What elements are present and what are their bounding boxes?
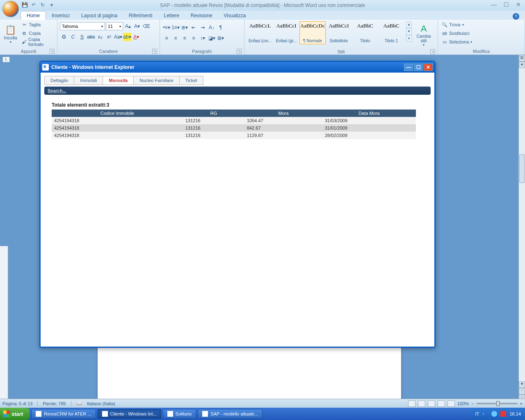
- bold-icon[interactable]: G: [60, 33, 68, 41]
- dialog-launcher-icon[interactable]: ↘: [152, 49, 157, 54]
- taskbar-item[interactable]: RevosCRM for ATER ...: [31, 409, 96, 419]
- increase-indent-icon[interactable]: ⇥: [199, 23, 207, 32]
- vertical-scrollbar[interactable]: ▥ ▲ ▼ ◦ ○ ◦: [518, 55, 525, 408]
- start-button[interactable]: start: [0, 408, 30, 420]
- tab-lettere[interactable]: Lettere: [158, 11, 185, 20]
- styles-more-icon[interactable]: ▾: [406, 35, 412, 42]
- table-row[interactable]: 42541943181312161129.8728/02/2009: [52, 132, 416, 139]
- minimize-icon[interactable]: —: [490, 2, 498, 7]
- format-painter-button[interactable]: 🖌Copia formato: [20, 38, 55, 46]
- help-icon[interactable]: ?: [513, 13, 519, 20]
- align-right-icon[interactable]: ≡: [180, 34, 189, 42]
- tray-shield-icon[interactable]: [500, 411, 506, 417]
- view-web-icon[interactable]: [428, 400, 435, 407]
- tab-revisione[interactable]: Revisione: [185, 11, 218, 20]
- shading-icon[interactable]: ◪▾: [208, 34, 216, 42]
- sort-icon[interactable]: A↓: [208, 23, 216, 32]
- clear-format-icon[interactable]: ⌫: [142, 22, 150, 30]
- style-tile[interactable]: AaBbCTitolo 1: [378, 21, 404, 44]
- table-row[interactable]: 4254194318131216842.6731/01/2009: [52, 124, 416, 132]
- scroll-up-icon[interactable]: ▲: [519, 62, 525, 68]
- replace-button[interactable]: abSostituisci: [441, 29, 473, 37]
- underline-icon[interactable]: S: [78, 33, 86, 41]
- view-outline-icon[interactable]: [438, 400, 445, 407]
- ie-titlebar[interactable]: Cliente - Windows Internet Explorer — ☐ …: [41, 62, 434, 73]
- ie-minimize-icon[interactable]: —: [404, 64, 413, 71]
- restore-icon[interactable]: ☐: [502, 2, 510, 7]
- style-tile[interactable]: AaBbCcLEnfasi (cor...: [247, 21, 273, 44]
- tab-inserisci[interactable]: Inserisci: [46, 11, 75, 20]
- superscript-icon[interactable]: x²: [105, 33, 113, 41]
- ie-tab[interactable]: Nucleo Familiare: [133, 76, 180, 85]
- copy-button[interactable]: ⧉Copia: [20, 29, 55, 37]
- styles-up-icon[interactable]: ▲: [406, 21, 412, 28]
- taskbar-item[interactable]: SAP - modello attuale...: [198, 409, 262, 419]
- dialog-launcher-icon[interactable]: ↘: [237, 49, 242, 54]
- multilevel-icon[interactable]: ≣▾: [180, 23, 189, 32]
- zoom-thumb[interactable]: [496, 401, 500, 406]
- font-name-combo[interactable]: Tahoma▾: [60, 22, 105, 30]
- dialog-launcher-icon[interactable]: ↘: [50, 49, 55, 54]
- view-draft-icon[interactable]: [447, 400, 455, 407]
- bullets-icon[interactable]: •≡▾: [162, 23, 171, 32]
- styles-down-icon[interactable]: ▼: [406, 28, 412, 35]
- tab-indicator[interactable]: L: [2, 57, 10, 62]
- column-header[interactable]: Mora: [244, 110, 322, 117]
- find-button[interactable]: 🔍Trova ▾: [441, 21, 473, 29]
- proofing-icon[interactable]: 📖: [76, 401, 82, 406]
- tab-visualizza[interactable]: Visualizza: [218, 11, 252, 20]
- zoom-out-icon[interactable]: −: [471, 401, 474, 406]
- show-marks-icon[interactable]: ¶: [217, 23, 225, 32]
- numbering-icon[interactable]: 1≡▾: [171, 23, 180, 32]
- scroll-thumb[interactable]: [519, 154, 525, 183]
- office-button[interactable]: [2, 1, 19, 17]
- search-bar[interactable]: Search...: [44, 87, 431, 95]
- font-color-icon[interactable]: A▾: [132, 33, 140, 41]
- redo-icon[interactable]: ↻: [39, 2, 46, 8]
- column-header[interactable]: RG: [183, 110, 244, 117]
- taskbar-item[interactable]: Cliente - Windows Int...: [98, 409, 161, 419]
- ie-tab[interactable]: Dettaglio: [44, 76, 74, 85]
- select-button[interactable]: ▭Seleziona ▾: [441, 38, 473, 46]
- column-header[interactable]: Codice Immobile: [52, 110, 183, 117]
- close-icon[interactable]: ✕: [514, 2, 523, 7]
- tray-info-icon[interactable]: [491, 411, 497, 417]
- tab-home[interactable]: Home: [21, 11, 46, 20]
- style-tile[interactable]: AaBbCcISottotitolo: [326, 21, 352, 44]
- zoom-slider[interactable]: [477, 403, 518, 404]
- grow-font-icon[interactable]: A▴: [124, 22, 132, 30]
- dialog-launcher-icon[interactable]: ↘: [430, 49, 435, 54]
- zoom-value[interactable]: 100%: [457, 401, 469, 406]
- highlight-icon[interactable]: ab▾: [123, 33, 131, 41]
- prev-page-icon[interactable]: ◦: [519, 388, 525, 395]
- borders-icon[interactable]: ⊞▾: [217, 34, 225, 42]
- tray-clock[interactable]: 16.14: [509, 411, 521, 416]
- ie-close-icon[interactable]: ✕: [424, 64, 433, 71]
- taskbar-item[interactable]: Solitario: [163, 409, 196, 419]
- style-tile[interactable]: AaBbCcIEnfasi (gr...: [273, 21, 299, 44]
- scroll-down-icon[interactable]: ▼: [519, 381, 525, 388]
- line-spacing-icon[interactable]: ↕▾: [199, 34, 207, 42]
- status-language[interactable]: Italiano (Italia): [87, 401, 115, 406]
- tray-language[interactable]: IT: [475, 411, 479, 416]
- column-header[interactable]: Data Mora: [322, 110, 416, 117]
- shrink-font-icon[interactable]: A▾: [133, 22, 141, 30]
- subscript-icon[interactable]: x₂: [96, 33, 104, 41]
- qat-dropdown-icon[interactable]: ▾: [48, 2, 55, 8]
- status-page[interactable]: Pagina: 5 di 13: [2, 401, 32, 406]
- justify-icon[interactable]: ≡: [189, 34, 198, 42]
- ie-tab[interactable]: Immobili: [74, 76, 103, 85]
- font-size-combo[interactable]: 11▾: [106, 22, 123, 30]
- view-fullscreen-icon[interactable]: [418, 400, 425, 407]
- strike-icon[interactable]: abc: [87, 33, 95, 41]
- italic-icon[interactable]: C: [69, 33, 77, 41]
- style-tile[interactable]: AaBbCTitolo: [352, 21, 378, 44]
- align-left-icon[interactable]: ≡: [162, 34, 171, 42]
- undo-icon[interactable]: ↶: [30, 2, 37, 8]
- ie-maximize-icon[interactable]: ☐: [414, 64, 423, 71]
- decrease-indent-icon[interactable]: ⇤: [189, 23, 198, 32]
- cut-button[interactable]: ✂Taglia: [20, 21, 55, 29]
- view-print-icon[interactable]: [408, 400, 415, 407]
- paste-button[interactable]: 📋 Incolla ▾: [2, 21, 18, 48]
- change-styles-button[interactable]: A Cambia stili ▾: [413, 21, 434, 48]
